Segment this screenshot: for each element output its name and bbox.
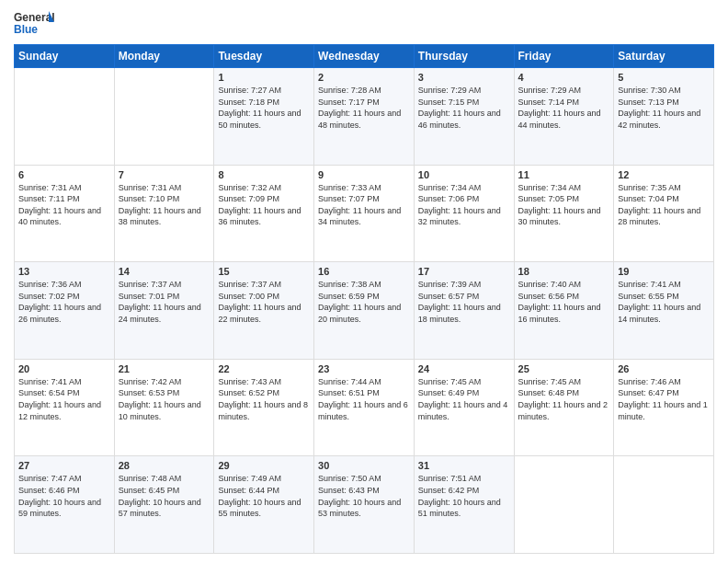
calendar-cell: 6Sunrise: 7:31 AM Sunset: 7:11 PM Daylig…	[15, 165, 115, 262]
day-number: 30	[318, 460, 410, 471]
day-info: Sunrise: 7:36 AM Sunset: 7:02 PM Dayligh…	[18, 279, 110, 325]
calendar-cell: 31Sunrise: 7:51 AM Sunset: 6:42 PM Dayli…	[414, 456, 514, 554]
day-info: Sunrise: 7:31 AM Sunset: 7:10 PM Dayligh…	[119, 182, 210, 228]
calendar-weekday-thursday: Thursday	[414, 45, 514, 68]
calendar-week-row: 1Sunrise: 7:27 AM Sunset: 7:18 PM Daylig…	[15, 68, 714, 166]
calendar-weekday-sunday: Sunday	[15, 45, 115, 68]
day-number: 2	[318, 72, 410, 83]
day-number: 14	[119, 266, 210, 277]
calendar-cell: 4Sunrise: 7:29 AM Sunset: 7:14 PM Daylig…	[514, 68, 614, 166]
day-number: 7	[119, 169, 210, 180]
day-info: Sunrise: 7:46 AM Sunset: 6:47 PM Dayligh…	[618, 376, 710, 422]
calendar-body: 1Sunrise: 7:27 AM Sunset: 7:18 PM Daylig…	[15, 68, 714, 554]
svg-text:Blue: Blue	[14, 23, 38, 36]
day-number: 1	[218, 72, 310, 83]
day-info: Sunrise: 7:47 AM Sunset: 6:46 PM Dayligh…	[18, 473, 110, 519]
calendar-cell: 29Sunrise: 7:49 AM Sunset: 6:44 PM Dayli…	[214, 456, 314, 554]
calendar-cell: 5Sunrise: 7:30 AM Sunset: 7:13 PM Daylig…	[614, 68, 714, 166]
day-number: 26	[618, 363, 710, 374]
day-number: 17	[418, 266, 510, 277]
day-info: Sunrise: 7:33 AM Sunset: 7:07 PM Dayligh…	[318, 182, 410, 228]
day-number: 27	[18, 460, 110, 471]
day-number: 29	[218, 460, 310, 471]
day-info: Sunrise: 7:50 AM Sunset: 6:43 PM Dayligh…	[318, 473, 410, 519]
day-info: Sunrise: 7:51 AM Sunset: 6:42 PM Dayligh…	[418, 473, 510, 519]
day-info: Sunrise: 7:37 AM Sunset: 7:00 PM Dayligh…	[218, 279, 310, 325]
calendar-week-row: 20Sunrise: 7:41 AM Sunset: 6:54 PM Dayli…	[15, 359, 714, 456]
day-number: 16	[318, 266, 410, 277]
day-info: Sunrise: 7:34 AM Sunset: 7:06 PM Dayligh…	[418, 182, 510, 228]
page: GeneralBlue SundayMondayTuesdayWednesday…	[0, 0, 728, 563]
logo: GeneralBlue	[14, 9, 55, 37]
calendar-weekday-monday: Monday	[114, 45, 214, 68]
day-info: Sunrise: 7:28 AM Sunset: 7:17 PM Dayligh…	[318, 85, 410, 131]
day-info: Sunrise: 7:40 AM Sunset: 6:56 PM Dayligh…	[518, 279, 610, 325]
calendar-week-row: 27Sunrise: 7:47 AM Sunset: 6:46 PM Dayli…	[15, 456, 714, 554]
calendar-cell: 15Sunrise: 7:37 AM Sunset: 7:00 PM Dayli…	[214, 262, 314, 360]
calendar-weekday-wednesday: Wednesday	[314, 45, 415, 68]
day-info: Sunrise: 7:42 AM Sunset: 6:53 PM Dayligh…	[119, 376, 210, 422]
day-number: 10	[418, 169, 510, 180]
day-info: Sunrise: 7:45 AM Sunset: 6:49 PM Dayligh…	[418, 376, 510, 422]
day-number: 19	[618, 266, 710, 277]
day-info: Sunrise: 7:29 AM Sunset: 7:14 PM Dayligh…	[518, 85, 610, 131]
calendar-cell: 14Sunrise: 7:37 AM Sunset: 7:01 PM Dayli…	[114, 262, 214, 360]
calendar-week-row: 6Sunrise: 7:31 AM Sunset: 7:11 PM Daylig…	[15, 165, 714, 262]
calendar-cell: 19Sunrise: 7:41 AM Sunset: 6:55 PM Dayli…	[614, 262, 714, 360]
logo-graphic: GeneralBlue	[14, 9, 55, 37]
day-info: Sunrise: 7:45 AM Sunset: 6:48 PM Dayligh…	[518, 376, 610, 422]
calendar-cell: 10Sunrise: 7:34 AM Sunset: 7:06 PM Dayli…	[414, 165, 514, 262]
day-number: 12	[618, 169, 710, 180]
day-info: Sunrise: 7:30 AM Sunset: 7:13 PM Dayligh…	[618, 85, 710, 131]
calendar-cell: 25Sunrise: 7:45 AM Sunset: 6:48 PM Dayli…	[514, 359, 614, 456]
day-number: 15	[218, 266, 310, 277]
calendar-cell: 13Sunrise: 7:36 AM Sunset: 7:02 PM Dayli…	[15, 262, 115, 360]
calendar-cell: 27Sunrise: 7:47 AM Sunset: 6:46 PM Dayli…	[15, 456, 115, 554]
day-info: Sunrise: 7:35 AM Sunset: 7:04 PM Dayligh…	[618, 182, 710, 228]
calendar-cell: 26Sunrise: 7:46 AM Sunset: 6:47 PM Dayli…	[614, 359, 714, 456]
day-info: Sunrise: 7:29 AM Sunset: 7:15 PM Dayligh…	[418, 85, 510, 131]
calendar-cell: 7Sunrise: 7:31 AM Sunset: 7:10 PM Daylig…	[114, 165, 214, 262]
svg-text:General: General	[14, 11, 55, 24]
calendar-cell: 24Sunrise: 7:45 AM Sunset: 6:49 PM Dayli…	[414, 359, 514, 456]
day-number: 28	[119, 460, 210, 471]
calendar-cell: 18Sunrise: 7:40 AM Sunset: 6:56 PM Dayli…	[514, 262, 614, 360]
calendar-cell: 11Sunrise: 7:34 AM Sunset: 7:05 PM Dayli…	[514, 165, 614, 262]
calendar-weekday-tuesday: Tuesday	[214, 45, 314, 68]
day-info: Sunrise: 7:31 AM Sunset: 7:11 PM Dayligh…	[18, 182, 110, 228]
calendar-cell: 20Sunrise: 7:41 AM Sunset: 6:54 PM Dayli…	[15, 359, 115, 456]
day-number: 4	[518, 72, 610, 83]
day-number: 21	[119, 363, 210, 374]
calendar-cell: 3Sunrise: 7:29 AM Sunset: 7:15 PM Daylig…	[414, 68, 514, 166]
calendar-cell: 1Sunrise: 7:27 AM Sunset: 7:18 PM Daylig…	[214, 68, 314, 166]
calendar-cell: 23Sunrise: 7:44 AM Sunset: 6:51 PM Dayli…	[314, 359, 415, 456]
calendar-cell: 30Sunrise: 7:50 AM Sunset: 6:43 PM Dayli…	[314, 456, 415, 554]
calendar-header-row: SundayMondayTuesdayWednesdayThursdayFrid…	[15, 45, 714, 68]
day-info: Sunrise: 7:27 AM Sunset: 7:18 PM Dayligh…	[218, 85, 310, 131]
day-number: 18	[518, 266, 610, 277]
day-info: Sunrise: 7:34 AM Sunset: 7:05 PM Dayligh…	[518, 182, 610, 228]
day-number: 6	[18, 169, 110, 180]
day-info: Sunrise: 7:32 AM Sunset: 7:09 PM Dayligh…	[218, 182, 310, 228]
day-number: 5	[618, 72, 710, 83]
day-number: 13	[18, 266, 110, 277]
day-number: 8	[218, 169, 310, 180]
calendar-cell	[15, 68, 115, 166]
calendar-cell: 2Sunrise: 7:28 AM Sunset: 7:17 PM Daylig…	[314, 68, 415, 166]
day-number: 31	[418, 460, 510, 471]
calendar-cell: 17Sunrise: 7:39 AM Sunset: 6:57 PM Dayli…	[414, 262, 514, 360]
day-info: Sunrise: 7:38 AM Sunset: 6:59 PM Dayligh…	[318, 279, 410, 325]
calendar-table: SundayMondayTuesdayWednesdayThursdayFrid…	[14, 44, 714, 554]
calendar-cell: 28Sunrise: 7:48 AM Sunset: 6:45 PM Dayli…	[114, 456, 214, 554]
day-info: Sunrise: 7:41 AM Sunset: 6:54 PM Dayligh…	[18, 376, 110, 422]
calendar-weekday-friday: Friday	[514, 45, 614, 68]
day-number: 9	[318, 169, 410, 180]
day-info: Sunrise: 7:39 AM Sunset: 6:57 PM Dayligh…	[418, 279, 510, 325]
day-number: 25	[518, 363, 610, 374]
calendar-week-row: 13Sunrise: 7:36 AM Sunset: 7:02 PM Dayli…	[15, 262, 714, 360]
calendar-cell	[114, 68, 214, 166]
calendar-cell: 21Sunrise: 7:42 AM Sunset: 6:53 PM Dayli…	[114, 359, 214, 456]
day-number: 11	[518, 169, 610, 180]
calendar-cell	[614, 456, 714, 554]
day-number: 23	[318, 363, 410, 374]
